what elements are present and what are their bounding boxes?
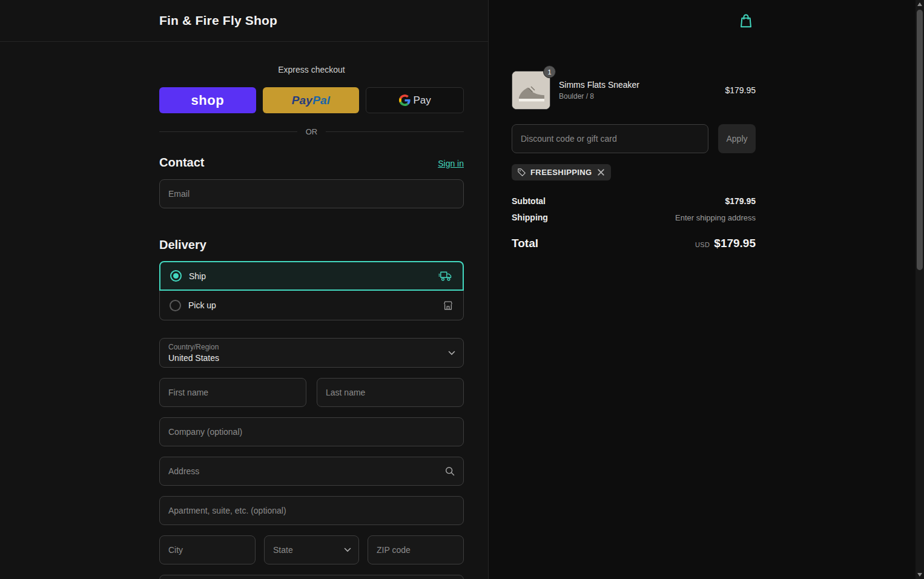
shipping-label: Shipping <box>512 213 548 222</box>
country-label: Country/Region <box>168 343 455 351</box>
shop-pay-button[interactable]: shop <box>159 87 256 113</box>
pickup-label: Pick up <box>188 300 435 310</box>
company-input[interactable] <box>159 417 464 446</box>
google-pay-button[interactable]: Pay <box>366 87 464 113</box>
cart-icon[interactable] <box>736 12 756 31</box>
email-input[interactable] <box>159 179 464 208</box>
last-name-input[interactable] <box>317 378 464 407</box>
paypal-button[interactable]: PayPal <box>263 87 360 113</box>
discount-tag-label: FREESHIPPING <box>530 168 592 177</box>
currency-code: USD <box>695 241 710 248</box>
store-name: Fin & Fire Fly Shop <box>159 13 277 28</box>
chevron-down-icon <box>344 548 351 552</box>
shop-pay-logo: shop <box>191 93 225 108</box>
ship-radio <box>170 270 182 282</box>
country-value: United States <box>168 353 455 363</box>
express-checkout-label: Express checkout <box>159 65 464 75</box>
pickup-radio <box>170 300 181 311</box>
country-select[interactable]: Country/Region United States <box>159 338 464 368</box>
google-pay-label: Pay <box>414 94 431 107</box>
delivery-option-ship[interactable]: Ship <box>159 261 464 291</box>
address-input[interactable] <box>159 457 464 486</box>
scrollbar[interactable] <box>916 0 924 579</box>
product-name: Simms Flats Sneaker <box>559 80 716 90</box>
cost-summary: Subtotal $179.95 Shipping Enter shipping… <box>512 196 756 250</box>
google-g-icon <box>399 94 411 106</box>
checkout-page: Fin & Fire Fly Shop Express checkout sho… <box>0 0 924 579</box>
total-label: Total <box>512 237 538 250</box>
shipping-value: Enter shipping address <box>675 213 756 222</box>
scroll-up-icon[interactable] <box>916 0 924 8</box>
or-text: OR <box>306 127 318 136</box>
next-field-partial[interactable] <box>159 575 464 579</box>
paypal-logo-pal: Pal <box>312 94 330 107</box>
truck-icon <box>438 271 453 282</box>
discount-tag-chip: FREESHIPPING <box>512 164 611 180</box>
paypal-logo: PayPal <box>292 94 331 107</box>
product-price: $179.95 <box>725 85 756 95</box>
delivery-option-pickup[interactable]: Pick up <box>159 291 464 320</box>
paypal-logo-pay: Pay <box>292 94 312 107</box>
product-variant: Boulder / 8 <box>559 92 716 101</box>
sign-in-link[interactable]: Sign in <box>438 159 464 168</box>
order-summary: 1 Simms Flats Sneaker Boulder / 8 $179.9… <box>489 0 924 579</box>
first-name-input[interactable] <box>159 378 306 407</box>
scroll-down-icon[interactable] <box>916 571 924 579</box>
product-thumbnail: 1 <box>512 71 550 110</box>
store-icon <box>443 300 454 311</box>
subtotal-value: $179.95 <box>725 196 756 206</box>
discount-code-input[interactable] <box>512 124 708 153</box>
cart-line-item: 1 Simms Flats Sneaker Boulder / 8 $179.9… <box>512 71 756 110</box>
quantity-badge: 1 <box>543 65 556 78</box>
ship-label: Ship <box>189 271 431 281</box>
apply-discount-button[interactable]: Apply <box>718 124 756 153</box>
total-value: $179.95 <box>714 237 756 250</box>
zip-code-input[interactable] <box>368 535 464 564</box>
checkout-main: Fin & Fire Fly Shop Express checkout sho… <box>0 0 489 579</box>
delivery-heading: Delivery <box>159 237 464 252</box>
remove-discount-button[interactable] <box>596 168 606 177</box>
state-select[interactable]: State <box>264 535 359 564</box>
checkout-form: Express checkout shop PayPal <box>159 42 464 579</box>
product-image <box>512 71 550 110</box>
or-divider: OR <box>159 127 464 137</box>
contact-heading: Contact <box>159 155 204 170</box>
discount-section: Apply <box>512 124 756 153</box>
state-placeholder: State <box>273 545 293 555</box>
apartment-input[interactable] <box>159 496 464 525</box>
search-icon <box>444 466 455 477</box>
subtotal-label: Subtotal <box>512 196 546 206</box>
city-input[interactable] <box>159 535 256 564</box>
express-buttons: shop PayPal Pay <box>159 87 464 113</box>
scrollbar-thumb[interactable] <box>917 10 923 270</box>
delivery-options: Ship Pick up <box>159 261 464 320</box>
tag-icon <box>517 168 526 177</box>
chevron-down-icon <box>448 351 455 356</box>
header: Fin & Fire Fly Shop <box>0 0 488 42</box>
